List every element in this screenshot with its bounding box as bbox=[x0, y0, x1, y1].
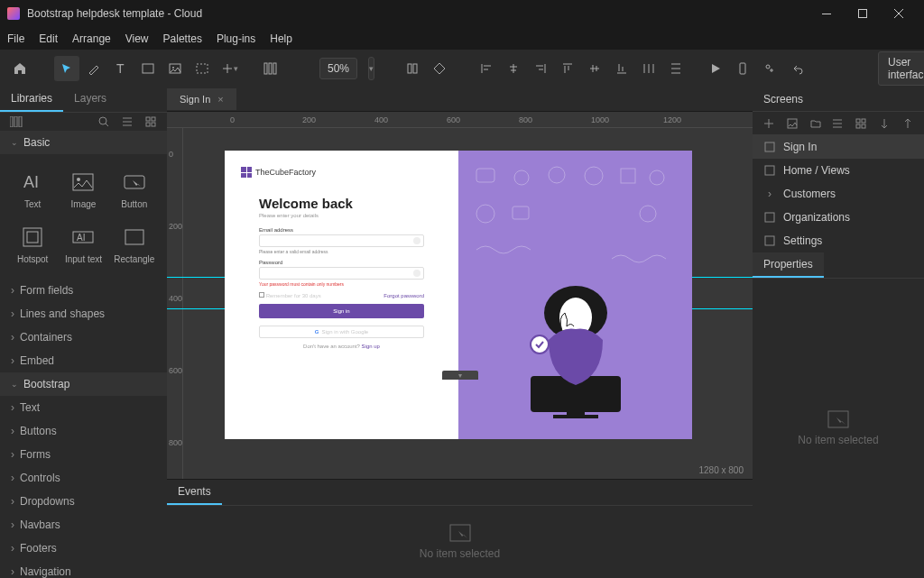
artboard-signin[interactable]: TheCubeFactory Welcome back Please enter… bbox=[225, 151, 692, 439]
empty-icon bbox=[827, 410, 849, 428]
libraries-tab[interactable]: Libraries bbox=[0, 87, 63, 112]
section-bs-forms[interactable]: Forms bbox=[0, 443, 167, 466]
remember-checkbox[interactable]: Remember for 30 days bbox=[259, 292, 321, 298]
widget-rectangle[interactable]: Rectangle bbox=[109, 216, 160, 271]
section-bs-text[interactable]: Text bbox=[0, 396, 167, 419]
hotspot-tool[interactable] bbox=[189, 56, 215, 81]
svg-rect-51 bbox=[862, 124, 865, 128]
ui-mode-select[interactable]: User interface▾ bbox=[878, 51, 924, 86]
widget-input[interactable]: AIInput text bbox=[58, 216, 108, 271]
menu-help[interactable]: Help bbox=[270, 32, 292, 45]
undo-button[interactable] bbox=[784, 56, 809, 81]
screen-customers[interactable]: ›Customers bbox=[753, 182, 924, 206]
menu-arrange[interactable]: Arrange bbox=[72, 32, 111, 45]
properties-tab[interactable]: Properties bbox=[753, 252, 824, 278]
home-button[interactable] bbox=[7, 56, 32, 81]
pointer-tool[interactable] bbox=[54, 56, 79, 81]
image-screen-icon[interactable] bbox=[783, 115, 801, 133]
play-button[interactable] bbox=[703, 56, 728, 81]
section-bs-footers[interactable]: Footers bbox=[0, 537, 167, 560]
layers-tab[interactable]: Layers bbox=[63, 87, 117, 112]
bootstrap-section[interactable]: ⌄Bootstrap bbox=[0, 372, 167, 396]
signin-button[interactable]: Sign in bbox=[259, 304, 424, 318]
sort-down-icon[interactable] bbox=[875, 115, 893, 133]
library-tool[interactable] bbox=[263, 56, 278, 81]
section-bs-dropdowns[interactable]: Dropdowns bbox=[0, 490, 167, 513]
section-bs-buttons[interactable]: Buttons bbox=[0, 419, 167, 443]
menu-view[interactable]: View bbox=[125, 32, 149, 45]
welcome-title: Welcome back bbox=[259, 196, 424, 211]
align-top[interactable] bbox=[555, 56, 580, 81]
events-collapse[interactable]: ▾ bbox=[442, 371, 478, 380]
google-button[interactable]: GSign in with Google bbox=[259, 326, 424, 338]
close-icon[interactable]: × bbox=[217, 94, 223, 105]
widget-hotspot[interactable]: Hotspot bbox=[7, 216, 58, 271]
sort-up-icon[interactable] bbox=[899, 115, 917, 133]
grid-icon[interactable] bbox=[852, 115, 870, 133]
events-panel: Events No item selected bbox=[167, 479, 753, 578]
zoom-select[interactable]: 50% bbox=[319, 58, 357, 79]
email-error: Please enter a valid email address bbox=[259, 249, 424, 254]
grid-view-icon[interactable] bbox=[142, 113, 160, 131]
library-icon[interactable] bbox=[7, 113, 25, 131]
section-lines[interactable]: Lines and shapes bbox=[0, 302, 167, 326]
widget-button[interactable]: Button bbox=[109, 161, 160, 216]
pen-tool[interactable] bbox=[81, 56, 106, 81]
svg-rect-20 bbox=[146, 123, 150, 126]
maximize-button[interactable] bbox=[845, 1, 881, 26]
image-tool[interactable] bbox=[162, 56, 188, 81]
list-view-icon[interactable] bbox=[118, 113, 136, 131]
signup-link[interactable]: Sign up bbox=[362, 344, 380, 349]
screen-settings[interactable]: Settings bbox=[753, 229, 924, 252]
distribute-v[interactable] bbox=[663, 56, 688, 81]
password-input[interactable] bbox=[259, 267, 424, 280]
email-input[interactable] bbox=[259, 234, 424, 247]
section-bs-navbars[interactable]: Navbars bbox=[0, 513, 167, 537]
folder-icon[interactable] bbox=[807, 115, 825, 133]
align-middle[interactable] bbox=[582, 56, 607, 81]
align-tool-1[interactable] bbox=[400, 56, 425, 81]
minimize-button[interactable] bbox=[808, 1, 845, 26]
menu-palettes[interactable]: Palettes bbox=[163, 32, 202, 45]
section-containers[interactable]: Containers bbox=[0, 326, 167, 349]
screen-signin[interactable]: Sign In bbox=[753, 135, 924, 159]
list-icon[interactable] bbox=[828, 115, 846, 133]
search-icon[interactable] bbox=[95, 113, 113, 131]
widget-text[interactable]: AIText bbox=[7, 161, 58, 216]
align-bottom[interactable] bbox=[609, 56, 634, 81]
rectangle-tool[interactable] bbox=[135, 56, 161, 81]
screens-tab[interactable]: Screens bbox=[763, 93, 803, 106]
menu-edit[interactable]: Edit bbox=[39, 32, 58, 45]
add-tool[interactable]: ▾ bbox=[217, 56, 242, 81]
screen-organizations[interactable]: Organizations bbox=[753, 206, 924, 229]
distribute-h[interactable] bbox=[636, 56, 661, 81]
forgot-link[interactable]: Forgot password bbox=[383, 293, 424, 298]
events-tab[interactable]: Events bbox=[167, 480, 222, 505]
menu-plugins[interactable]: Plug-ins bbox=[217, 32, 255, 45]
share-button[interactable] bbox=[757, 56, 782, 81]
section-form-fields[interactable]: Form fields bbox=[0, 279, 167, 302]
section-embed[interactable]: Embed bbox=[0, 349, 167, 372]
menu-file[interactable]: File bbox=[7, 32, 24, 45]
align-tool-2[interactable] bbox=[427, 56, 452, 81]
align-left[interactable] bbox=[474, 56, 499, 81]
widget-image[interactable]: Image bbox=[58, 161, 108, 216]
email-label: Email address bbox=[259, 227, 424, 233]
canvas[interactable]: 0 200 400 600 800 TheCubeFactory Welcome… bbox=[167, 128, 753, 479]
zoom-dropdown[interactable]: ▾ bbox=[368, 57, 374, 80]
basic-section[interactable]: ⌄Basic bbox=[0, 131, 167, 154]
section-bs-navigation[interactable]: Navigation bbox=[0, 560, 167, 578]
section-bs-controls[interactable]: Controls bbox=[0, 466, 167, 490]
align-center-h[interactable] bbox=[501, 56, 526, 81]
canvas-tab-signin[interactable]: Sign In× bbox=[167, 88, 236, 110]
svg-rect-11 bbox=[413, 64, 417, 73]
svg-rect-7 bbox=[264, 63, 267, 74]
svg-rect-9 bbox=[273, 63, 276, 74]
close-button[interactable] bbox=[881, 1, 917, 26]
device-button[interactable] bbox=[730, 56, 755, 81]
toolbar: T ▾ 50% ▾ User interface▾ TS bbox=[0, 50, 924, 87]
screen-home[interactable]: Home / Views bbox=[753, 159, 924, 182]
align-right[interactable] bbox=[528, 56, 553, 81]
text-tool[interactable]: T bbox=[108, 56, 134, 81]
add-screen-icon[interactable] bbox=[760, 115, 778, 133]
